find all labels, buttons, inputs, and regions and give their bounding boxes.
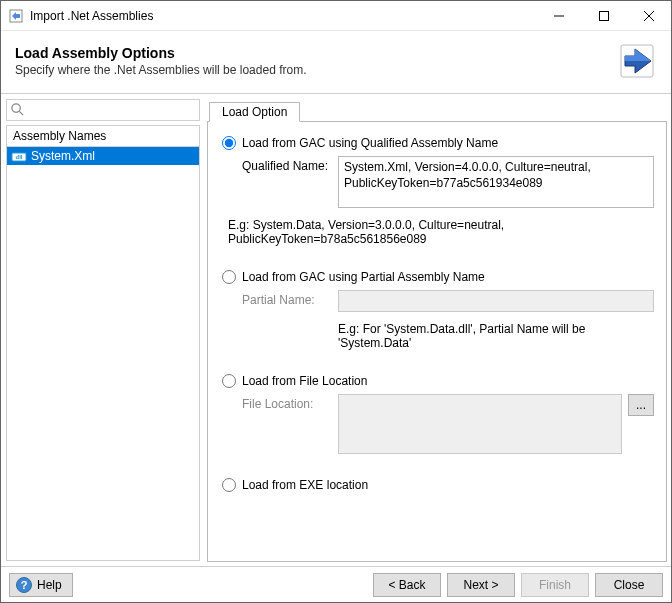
footer-bar: ? Help < Back Next > Finish Close [1, 566, 671, 602]
radio-exe-label[interactable]: Load from EXE location [242, 478, 368, 492]
svg-point-6 [12, 104, 20, 112]
help-button[interactable]: ? Help [9, 573, 73, 597]
assembly-icon: dll [11, 148, 27, 164]
search-box[interactable] [6, 99, 200, 121]
option-exe: Load from EXE location [222, 478, 654, 492]
page-subtitle: Specify where the .Net Assemblies will b… [15, 63, 617, 77]
radio-file[interactable] [222, 374, 236, 388]
back-button[interactable]: < Back [373, 573, 441, 597]
maximize-button[interactable] [581, 1, 626, 30]
partial-example: E.g: For 'System.Data.dll', Partial Name… [338, 322, 654, 350]
radio-exe[interactable] [222, 478, 236, 492]
assembly-item-label: System.Xml [31, 149, 95, 163]
qualified-example: E.g: System.Data, Version=3.0.0.0, Cultu… [228, 218, 654, 246]
radio-file-label[interactable]: Load from File Location [242, 374, 367, 388]
page-title: Load Assembly Options [15, 45, 617, 61]
tab-load-option[interactable]: Load Option [209, 102, 300, 122]
file-location-input [338, 394, 622, 454]
assembly-item-system-xml[interactable]: dll System.Xml [7, 147, 199, 165]
assembly-list-header: Assembly Names [7, 126, 199, 147]
help-icon: ? [16, 577, 32, 593]
next-button[interactable]: Next > [447, 573, 515, 597]
radio-partial-label[interactable]: Load from GAC using Partial Assembly Nam… [242, 270, 485, 284]
minimize-button[interactable] [536, 1, 581, 30]
option-qualified: Load from GAC using Qualified Assembly N… [222, 136, 654, 246]
radio-partial[interactable] [222, 270, 236, 284]
header-banner: Load Assembly Options Specify where the … [1, 31, 671, 94]
partial-name-label: Partial Name: [242, 290, 332, 307]
qualified-name-label: Qualified Name: [242, 156, 332, 173]
option-partial: Load from GAC using Partial Assembly Nam… [222, 270, 654, 350]
close-button[interactable]: Close [595, 573, 663, 597]
browse-button[interactable]: ... [628, 394, 654, 416]
finish-button: Finish [521, 573, 589, 597]
tab-content: Load from GAC using Qualified Assembly N… [207, 122, 667, 562]
partial-name-input [338, 290, 654, 312]
main-area: Assembly Names dll System.Xml Load Optio… [1, 94, 671, 566]
radio-qualified-label[interactable]: Load from GAC using Qualified Assembly N… [242, 136, 498, 150]
assembly-list[interactable]: dll System.Xml [7, 147, 199, 560]
search-input[interactable] [27, 102, 199, 118]
svg-line-7 [19, 111, 23, 115]
import-arrow-icon [617, 41, 657, 81]
svg-rect-2 [599, 11, 608, 20]
tab-strip: Load Option [207, 100, 667, 122]
svg-text:dll: dll [16, 154, 23, 160]
assembly-list-panel: Assembly Names dll System.Xml [6, 125, 200, 561]
file-location-label: File Location: [242, 394, 332, 411]
window-title: Import .Net Assemblies [30, 9, 153, 23]
dialog-window: Import .Net Assemblies Load Assembly Opt… [0, 0, 672, 603]
radio-qualified[interactable] [222, 136, 236, 150]
close-window-button[interactable] [626, 1, 671, 30]
search-icon [10, 102, 25, 117]
titlebar: Import .Net Assemblies [1, 1, 671, 31]
left-panel: Assembly Names dll System.Xml [1, 94, 205, 566]
option-file: Load from File Location File Location: .… [222, 374, 654, 454]
app-icon [8, 8, 24, 24]
help-button-label: Help [37, 578, 62, 592]
right-panel: Load Option Load from GAC using Qualifie… [205, 94, 671, 566]
qualified-name-input[interactable] [338, 156, 654, 208]
